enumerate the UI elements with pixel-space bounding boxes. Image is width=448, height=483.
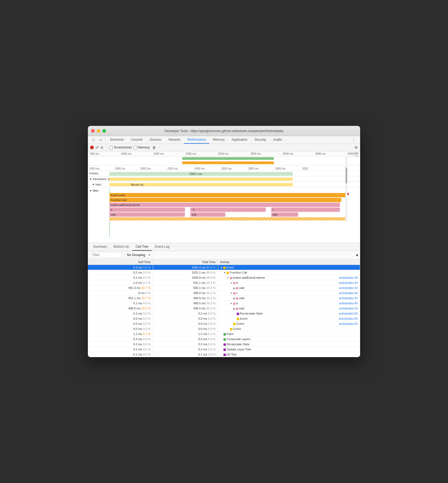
bottom-panel: Summary Bottom-Up Call Tree Event Log No… bbox=[88, 243, 360, 357]
tab-memory[interactable]: Memory bbox=[210, 136, 228, 144]
tree-arrow[interactable]: ▼ bbox=[227, 277, 230, 279]
activity-color-dot bbox=[230, 328, 232, 330]
collapse-icon[interactable]: ◀ bbox=[356, 253, 358, 257]
close-button[interactable] bbox=[91, 129, 95, 133]
device-toolbar-icon[interactable]: ▭ bbox=[97, 137, 104, 143]
self-pct-value: 0.0 % bbox=[143, 302, 150, 305]
table-row[interactable]: 0.2 ms 0.0 %1500.9 ms 99.8 % ▼ button.ad… bbox=[88, 275, 360, 280]
table-row[interactable]: 0.1 ms 0.0 %499.5 ms 33.2 % ▼ aactivityt… bbox=[88, 301, 360, 306]
table-row[interactable]: 0.2 ms 0.0 %1501.1 ms 99.9 % ▼ Function … bbox=[88, 270, 360, 275]
grouping-select[interactable]: No Grouping bbox=[125, 252, 152, 258]
total-time-value: 0.1 ms bbox=[198, 353, 207, 356]
self-pct-value: 32.7 % bbox=[141, 286, 150, 289]
svg-text:3200: 3200 bbox=[302, 167, 308, 170]
table-row[interactable]: 0.1 ms 0.0 %0.1 ms 0.0 %Hit Test bbox=[88, 352, 360, 357]
tick-2000: 2000 ms bbox=[186, 152, 196, 155]
source-link[interactable]: activitytabs:50 bbox=[339, 322, 358, 325]
tab-console[interactable]: Console bbox=[127, 136, 146, 144]
table-row[interactable]: 0.0 ms 0.0 %0.0 ms 0.0 % Eventactivityta… bbox=[88, 316, 360, 321]
cursor-tool-icon[interactable]: ⬡ bbox=[90, 137, 97, 143]
tree-arrow[interactable]: ▼ bbox=[220, 266, 223, 269]
total-time-value: 1.2 ms bbox=[198, 332, 207, 336]
minimize-button[interactable] bbox=[97, 129, 100, 133]
table-row[interactable]: 491.3 ms 32.7 %500.1 ms 33.3 % ▶ waitact… bbox=[88, 285, 360, 291]
table-row[interactable]: 491.1 ms 32.7 %499.9 ms 33.2 % ▶ waitact… bbox=[88, 296, 360, 301]
tree-arrow[interactable]: ▼ bbox=[230, 282, 233, 284]
more-options-icon[interactable]: ⋮ bbox=[349, 137, 358, 143]
total-time-value: 499.5 ms bbox=[193, 302, 205, 305]
tab-bottom-up[interactable]: Bottom-Up bbox=[110, 243, 132, 251]
source-link[interactable]: activitytabs:33 bbox=[339, 286, 358, 289]
table-row[interactable]: 0.2 ms 0.0 %0.2 ms 0.0 % Recalculate Sty… bbox=[88, 311, 360, 316]
source-link[interactable]: activitytabs:43 bbox=[339, 281, 358, 284]
tick-1500: 1500 ms bbox=[153, 152, 164, 155]
memory-checkbox-label[interactable]: Memory bbox=[133, 146, 150, 149]
total-pct-value: 33.2 % bbox=[206, 307, 215, 310]
svg-rect-37 bbox=[190, 208, 266, 212]
tree-arrow[interactable]: ▶ bbox=[233, 307, 236, 310]
memory-checkbox[interactable] bbox=[133, 146, 137, 149]
svg-text:▼ Input: ▼ Input bbox=[92, 183, 101, 186]
data-table-container[interactable]: Self Time Total Time Activity 0.3 ms 0.0… bbox=[88, 259, 360, 357]
tab-security[interactable]: Security bbox=[251, 136, 269, 144]
tab-event-log[interactable]: Event Log bbox=[152, 243, 173, 251]
table-row[interactable]: 489.5 ms 32.6 %499.4 ms 33.2 % ▶ waitact… bbox=[88, 306, 360, 311]
source-link[interactable]: activitytabs:40 bbox=[339, 302, 358, 305]
tab-network[interactable]: Network bbox=[165, 136, 184, 144]
svg-rect-41 bbox=[109, 212, 185, 217]
table-row[interactable]: 0.3 ms 0.0 %1501.4 ms 99.9 %▼ Event bbox=[88, 265, 360, 270]
tab-call-tree[interactable]: Call Tree bbox=[132, 243, 152, 251]
table-row[interactable]: 0.2 ms 0.0 %0.2 ms 0.0 %Recalculate Styl… bbox=[88, 342, 360, 347]
table-row[interactable]: 0.0 ms 0.0 %0.0 ms 0.0 % Event bbox=[88, 326, 360, 332]
self-time-value: 0.3 ms bbox=[133, 337, 142, 341]
total-time-value: 0.0 ms bbox=[198, 322, 207, 325]
table-row[interactable]: 0 ms 0 %499.9 ms 33.2 % ▼ cactivitytabs:… bbox=[88, 291, 360, 296]
maximize-button[interactable] bbox=[102, 129, 106, 133]
total-pct-value: 33.2 % bbox=[206, 302, 215, 305]
stop-button[interactable]: ⊘ bbox=[100, 145, 104, 150]
source-link[interactable]: activitytabs:33 bbox=[339, 307, 358, 310]
source-link[interactable]: activitytabs:50 bbox=[339, 317, 358, 320]
self-time-value: 489.5 ms bbox=[128, 307, 140, 310]
screenshots-checkbox-label[interactable]: Screenshots bbox=[109, 146, 132, 149]
tree-arrow[interactable]: ▼ bbox=[230, 302, 233, 305]
tab-sources[interactable]: Sources bbox=[146, 136, 165, 144]
tree-arrow[interactable]: ▶ bbox=[233, 287, 236, 289]
tree-arrow[interactable]: ▼ bbox=[230, 292, 233, 295]
flame-chart[interactable]: 1600 ms 1800 ms 2000 ms 2200 ms 2400 ms … bbox=[88, 157, 360, 243]
tab-application[interactable]: Application bbox=[228, 136, 251, 144]
memory-label: Memory bbox=[138, 146, 150, 149]
table-row[interactable]: 1.0 ms 0.1 %501.1 ms 33.3 % ▼ bactivityt… bbox=[88, 280, 360, 285]
table-row[interactable]: 0.0 ms 0.0 %0.0 ms 0.0 % Eventactivityta… bbox=[88, 321, 360, 326]
table-row[interactable]: 1.2 ms 0.1 %1.2 ms 0.1 %Paint bbox=[88, 332, 360, 337]
tree-arrow[interactable]: ▶ bbox=[233, 297, 236, 300]
total-pct-value: 0.1 % bbox=[208, 332, 215, 336]
tab-elements[interactable]: Elements bbox=[107, 136, 127, 144]
svg-text:c: c bbox=[273, 208, 274, 211]
self-time-value: 0.0 ms bbox=[133, 327, 142, 330]
clear-button[interactable]: 🗑 bbox=[152, 146, 156, 150]
source-link[interactable]: activitytabs:49 bbox=[339, 276, 358, 279]
svg-rect-3 bbox=[182, 161, 274, 164]
self-pct-value: 0.0 % bbox=[143, 322, 150, 325]
activity-color-dot bbox=[236, 297, 238, 300]
screenshots-checkbox[interactable] bbox=[109, 146, 113, 149]
reload-button[interactable]: ↺ bbox=[95, 145, 99, 150]
total-time-value: 1501.1 ms bbox=[192, 271, 205, 274]
total-pct-value: 99.8 % bbox=[206, 276, 215, 279]
source-link[interactable]: activitytabs:33 bbox=[339, 296, 358, 300]
tab-audits[interactable]: Audits bbox=[270, 136, 285, 144]
tab-performance[interactable]: Performance bbox=[184, 136, 209, 144]
source-link[interactable]: activitytabs:46 bbox=[339, 291, 358, 295]
activity-color-dot bbox=[226, 272, 229, 274]
table-row[interactable]: 0.2 ms 0.0 %0.2 ms 0.0 %Update Layer Tre… bbox=[88, 347, 360, 352]
self-time-value: 0.1 ms bbox=[133, 353, 142, 356]
total-pct-value: 33.3 % bbox=[206, 281, 215, 284]
record-button[interactable] bbox=[90, 146, 94, 149]
tab-summary[interactable]: Summary bbox=[90, 243, 110, 251]
table-row[interactable]: 0.3 ms 0.0 %0.3 ms 0.0 %Composite Layers bbox=[88, 337, 360, 342]
filter-input[interactable] bbox=[90, 252, 122, 258]
source-link[interactable]: activitytabs:50 bbox=[339, 312, 358, 315]
settings-icon[interactable]: ⚙ bbox=[354, 145, 358, 150]
tree-arrow[interactable]: ▼ bbox=[223, 271, 226, 274]
